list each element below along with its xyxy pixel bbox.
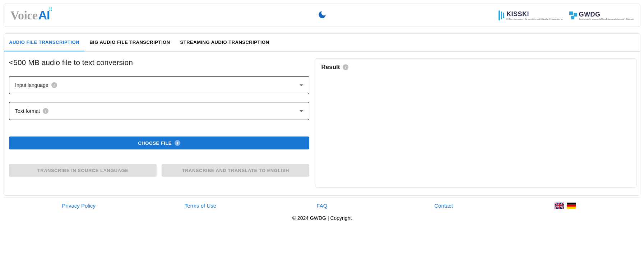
info-icon[interactable]: i (343, 64, 348, 70)
gwdg-logo[interactable]: GWDG Gesellschaft für wissenschaftliche … (569, 11, 634, 20)
tab-big-audio-file[interactable]: BIG AUDIO FILE TRANSCRIPTION (84, 34, 175, 51)
main-card: AUDIO FILE TRANSCRIPTION BIG AUDIO FILE … (4, 33, 640, 196)
kisski-text: KISSKI (506, 10, 563, 18)
svg-rect-7 (567, 207, 576, 209)
app-header: Voice AI ⠿ KISSKI KI-Servicezentrum für (4, 4, 640, 27)
tab-label: BIG AUDIO FILE TRANSCRIPTION (89, 40, 170, 45)
tab-content: <500 MB audio file to text conversion In… (4, 52, 640, 195)
gwdg-text: GWDG (579, 11, 634, 18)
logo-text-main: Voice (10, 9, 38, 22)
logo-text-ai: AI ⠿ (38, 8, 50, 22)
svg-rect-5 (567, 203, 576, 205)
footer-links: Privacy Policy Terms of Use FAQ Contact (18, 203, 626, 209)
choose-file-button[interactable]: CHOOSE FILE i (9, 137, 309, 149)
text-format-select[interactable]: Text format i (9, 102, 309, 120)
tab-label: STREAMING AUDIO TRANSCRIPTION (180, 40, 269, 45)
text-format-label: Text format (15, 108, 40, 114)
de-flag-icon (567, 203, 576, 209)
info-icon[interactable]: i (175, 140, 180, 146)
info-icon[interactable]: i (43, 108, 48, 114)
result-column: Result i (315, 58, 636, 188)
input-language-label: Input language (15, 82, 48, 88)
gwdg-squares-icon (569, 11, 577, 19)
footer-link-contact[interactable]: Contact (434, 203, 453, 209)
footer-link-faq[interactable]: FAQ (316, 203, 327, 209)
kisski-subtext: KI-Servicezentrum für sensible und kriti… (506, 18, 563, 20)
logo-sparkle-icon: ⠿ (49, 7, 51, 12)
moon-icon (318, 10, 327, 19)
svg-rect-4 (555, 205, 564, 206)
footer: Privacy Policy Terms of Use FAQ Contact (4, 197, 640, 224)
uk-flag-icon (555, 203, 564, 209)
result-panel: Result i (315, 58, 636, 188)
transcribe-english-button: TRANSCRIBE AND TRANSLATE TO ENGLISH (162, 164, 309, 177)
tabs-bar: AUDIO FILE TRANSCRIPTION BIG AUDIO FILE … (4, 34, 640, 52)
transcribe-english-label: TRANSCRIBE AND TRANSLATE TO ENGLISH (182, 168, 289, 173)
copyright-text: © 2024 GWDG | Copyright (18, 215, 626, 221)
partner-logos: KISSKI KI-Servicezentrum für sensible un… (499, 10, 634, 20)
choose-file-label: CHOOSE FILE (138, 140, 172, 146)
gwdg-subtext: Gesellschaft für wissenschaftliche Daten… (579, 18, 634, 20)
footer-link-privacy[interactable]: Privacy Policy (62, 203, 96, 209)
tab-streaming-audio[interactable]: STREAMING AUDIO TRANSCRIPTION (175, 34, 274, 51)
tab-audio-file[interactable]: AUDIO FILE TRANSCRIPTION (4, 34, 84, 51)
transcribe-source-button: TRANSCRIBE IN SOURCE LANGUAGE (9, 164, 157, 177)
result-title: Result i (321, 64, 348, 71)
language-german-button[interactable] (567, 203, 576, 209)
info-icon[interactable]: i (51, 82, 57, 88)
transcribe-source-label: TRANSCRIBE IN SOURCE LANGUAGE (37, 168, 129, 173)
chevron-down-icon (300, 110, 303, 112)
input-language-select[interactable]: Input language i (9, 76, 309, 94)
app-logo: Voice AI ⠿ (10, 8, 50, 22)
chevron-down-icon (300, 84, 303, 86)
svg-rect-6 (567, 205, 576, 207)
language-english-button[interactable] (555, 203, 564, 209)
dark-mode-toggle[interactable] (318, 15, 327, 20)
form-column: <500 MB audio file to text conversion In… (8, 58, 309, 188)
section-title: <500 MB audio file to text conversion (9, 58, 309, 67)
kisski-bars-icon (499, 10, 505, 20)
footer-link-terms[interactable]: Terms of Use (185, 203, 216, 209)
kisski-logo[interactable]: KISSKI KI-Servicezentrum für sensible un… (499, 10, 563, 20)
tab-label: AUDIO FILE TRANSCRIPTION (9, 40, 79, 45)
